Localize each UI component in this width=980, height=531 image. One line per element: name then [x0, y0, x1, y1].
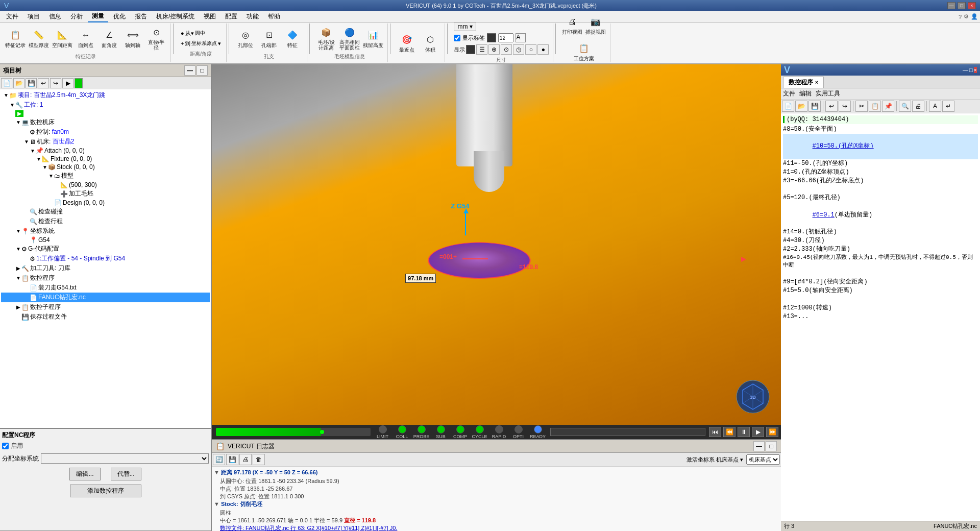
- menu-report[interactable]: 报告: [131, 11, 151, 22]
- nc-link-7[interactable]: #6=0.1: [813, 211, 835, 219]
- tree-item-nc-file2[interactable]: 📄 FANUC钻孔宏.nc: [1, 293, 210, 302]
- tree-item-control[interactable]: ⚙ 控制: fan0m: [1, 127, 210, 137]
- diameter-radius-btn[interactable]: ⊙ 直径/半径: [145, 26, 167, 51]
- log-tb-refresh[interactable]: 🔄: [213, 454, 225, 465]
- indicator-sub[interactable]: SUB: [432, 425, 450, 439]
- indicator-rapid[interactable]: RAPID: [490, 425, 508, 439]
- font-btn[interactable]: A: [516, 33, 526, 42]
- nc-tb-open[interactable]: 📂: [795, 101, 807, 112]
- nc-tb-wrap[interactable]: ↵: [942, 101, 954, 112]
- hole-end-btn[interactable]: ⊡ 孔端部: [258, 26, 280, 51]
- face-angle-btn[interactable]: ∠ 面角度: [98, 26, 120, 51]
- tree-item-save-process[interactable]: 💾 保存过程文件: [1, 312, 210, 322]
- menu-machine[interactable]: 机床/控制系统: [152, 11, 199, 22]
- nc-tb-font[interactable]: A: [929, 101, 941, 112]
- nc-tb-copy[interactable]: 📋: [869, 101, 881, 112]
- nc-panel-min[interactable]: —: [963, 67, 968, 73]
- user-icon[interactable]: 👤: [971, 13, 978, 20]
- log-minimize-btn[interactable]: —: [753, 441, 765, 451]
- playback-play-btn[interactable]: ▶: [752, 427, 764, 437]
- tree-item-csys[interactable]: ▼ 📍 坐标系统: [1, 226, 210, 236]
- display-btn3[interactable]: ⊙: [501, 44, 512, 55]
- config-nc-replace-btn[interactable]: 代替...: [111, 468, 141, 480]
- nc-tab-close[interactable]: ×: [815, 80, 818, 85]
- minimize-button[interactable]: —: [947, 2, 955, 9]
- feature-btn[interactable]: 🔷 特征: [281, 26, 304, 51]
- feature-record-btn[interactable]: 📋 特征记录: [4, 26, 27, 51]
- log-sub-5[interactable]: 数控文件: FANUC钻孔宏.nc 行 63: G2 X[#10+#7] Y[#…: [220, 524, 779, 531]
- tree-item-nc-programs[interactable]: ▼ 📋 数控程序: [1, 273, 210, 283]
- tree-maximize-btn[interactable]: □: [197, 65, 208, 76]
- tree-item-stock[interactable]: ▼ 📦 Stock (0, 0, 0): [1, 163, 210, 171]
- tree-item-gcode-config[interactable]: ▼ ⚙ G-代码配置: [1, 244, 210, 254]
- close-button[interactable]: ×: [968, 2, 976, 9]
- sim-text-input[interactable]: [550, 428, 706, 436]
- config-icon[interactable]: ⚙: [964, 13, 969, 20]
- playback-first-btn[interactable]: ⏮: [709, 427, 721, 437]
- indicator-coll[interactable]: COLL: [393, 425, 411, 439]
- config-nc-edit-btn[interactable]: 编辑...: [69, 468, 100, 480]
- log-tb-clear[interactable]: 🗑: [253, 454, 265, 465]
- menu-analysis[interactable]: 分析: [66, 11, 87, 22]
- indicator-limit[interactable]: LIMIT: [374, 425, 392, 439]
- tree-item-play[interactable]: ▶: [1, 110, 210, 117]
- tree-item-workpos[interactable]: ▼ 🔧 工位: 1: [1, 100, 210, 110]
- tree-tb-new[interactable]: 📄: [1, 78, 12, 88]
- workpos-plan-btn[interactable]: 📋 工位方案: [573, 39, 595, 64]
- play-btn-tree[interactable]: ▶: [15, 110, 23, 117]
- nc-panel-close[interactable]: ×: [974, 67, 977, 73]
- residual-btn[interactable]: 📊 残留高度: [362, 26, 384, 51]
- log-tb-print[interactable]: 🖨: [239, 454, 252, 465]
- menu-project[interactable]: 项目: [23, 11, 44, 22]
- config-nc-add-btn[interactable]: 添加数控程序: [70, 485, 141, 497]
- tree-item-add-stock[interactable]: ➕ 加工毛坯: [1, 189, 210, 199]
- config-nc-dist-select[interactable]: [41, 453, 209, 464]
- indicator-comp[interactable]: COMP: [451, 425, 470, 439]
- display-btn5[interactable]: ○: [525, 44, 536, 55]
- volume-btn[interactable]: ⬡ 体积: [419, 30, 442, 56]
- menu-view[interactable]: 视图: [200, 11, 220, 22]
- nc-tb-redo[interactable]: ↪: [839, 101, 851, 112]
- tree-item-check-travel[interactable]: 🔍 检查行程: [1, 216, 210, 226]
- unit-mm-btn[interactable]: mm ▾: [454, 22, 476, 31]
- tree-item-machine[interactable]: ▼ 🖥 机床: 百世晶2: [1, 137, 210, 147]
- log-expand-btn[interactable]: □: [766, 441, 777, 451]
- tree-tb-save[interactable]: 💾: [26, 78, 37, 88]
- tree-minimize-btn[interactable]: —: [184, 65, 195, 76]
- nc-tb-cut[interactable]: ✂: [855, 101, 868, 112]
- playback-pause-btn[interactable]: ⏸: [738, 427, 750, 437]
- display-color-btn[interactable]: [466, 45, 475, 54]
- menu-measure[interactable]: 测量: [88, 11, 108, 22]
- tree-item-attach[interactable]: ▼ 📌 Attach (0, 0, 0): [1, 147, 210, 155]
- face-to-point-btn[interactable]: ↔ 面到点: [75, 26, 97, 51]
- from-origin-btn[interactable]: + 到 坐标系原点 ▾: [179, 39, 223, 49]
- nearest-point-btn[interactable]: 🎯 最近点: [396, 30, 418, 56]
- nc-tb-search[interactable]: 🔍: [899, 101, 911, 112]
- font-size-input[interactable]: [498, 33, 513, 42]
- nc-tb-undo[interactable]: ↩: [825, 101, 838, 112]
- nc-tb-new[interactable]: 📄: [782, 101, 794, 112]
- tree-item-sub-programs[interactable]: ▶ 📋 数控子程序: [1, 302, 210, 312]
- tree-item-work-offset[interactable]: ⚙ 1:工作偏置 - 54 - Spindle 到 G54: [1, 254, 210, 263]
- tree-item-500-300[interactable]: 📐 (500, 300): [1, 181, 210, 189]
- nc-menu-file[interactable]: 文件: [783, 89, 795, 98]
- tree-tb-redo[interactable]: ↪: [50, 78, 61, 88]
- log-coord-select[interactable]: 机床基点: [746, 454, 780, 465]
- playback-next-btn[interactable]: ⏩: [766, 427, 778, 437]
- from-center-btn[interactable]: ● 从▾ 圆中: [179, 29, 223, 38]
- capture-view-btn[interactable]: 📷 捕捉视图: [584, 12, 607, 38]
- tree-tb-run[interactable]: ▶: [62, 78, 74, 88]
- nc-menu-tools[interactable]: 实用工具: [816, 89, 840, 98]
- tree-item-design[interactable]: 📄 Design (0, 0, 0): [1, 199, 210, 207]
- nc-panel-max[interactable]: □: [969, 67, 973, 73]
- color-pick-btn[interactable]: [487, 33, 496, 42]
- stock-distance-btn[interactable]: 📦 毛坯/设计距离: [315, 26, 337, 51]
- indicator-opti[interactable]: OPTI: [509, 425, 528, 439]
- nc-link-2[interactable]: #10=50.(孔的X坐标): [813, 142, 874, 150]
- tree-item-g54[interactable]: 📍 G54: [1, 236, 210, 244]
- log-tb-save[interactable]: 💾: [226, 454, 238, 465]
- display-btn2[interactable]: ⊕: [488, 44, 500, 55]
- playback-prev-btn[interactable]: ⏪: [723, 427, 736, 437]
- nc-content[interactable]: (byQQ: 314439404) #8=50.(安全平面) #10=50.(孔…: [781, 113, 980, 521]
- display-btn1[interactable]: ☰: [476, 44, 487, 55]
